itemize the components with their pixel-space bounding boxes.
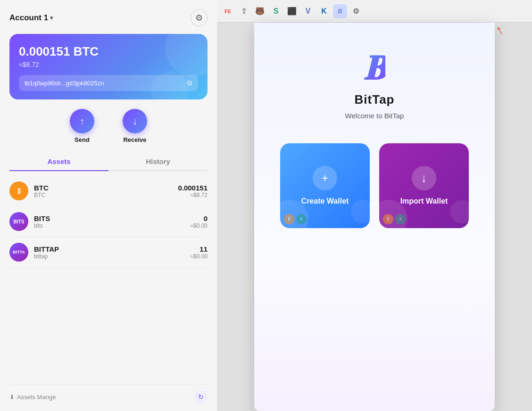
- bittap-name: BITTAP: [34, 245, 184, 253]
- bits-icon: BITS: [9, 212, 28, 231]
- import-wallet-label: Import Wallet: [400, 197, 448, 206]
- red-arrow-icon: ↑: [493, 22, 506, 39]
- import-btc-coin: ₿: [383, 214, 393, 224]
- bittap-usd: ≈$0.00: [190, 253, 208, 260]
- toolbar-grid-icon[interactable]: ⬛: [285, 4, 299, 18]
- create-wallet-label: Create Wallet: [301, 197, 349, 206]
- header-row: Account 1 ▾ ⚙: [9, 9, 208, 26]
- welcome-text: Welcome to BitTap: [345, 112, 404, 120]
- btc-amounts: 0.000151 ≈$8.72: [178, 184, 208, 198]
- address-row: tb1q0wp96slr...gd3jpk8025zn ⧉: [19, 75, 198, 91]
- logo-letter: 𝐁: [364, 51, 385, 85]
- btc-sub: BTC: [34, 192, 172, 198]
- btc-qty: 0.000151: [178, 184, 208, 192]
- create-t-coin: T: [296, 214, 307, 224]
- right-area: FE ⇧ 🐻 S ⬛ V K B ⚙ ↑ 𝐁 BitTap Welcome to…: [217, 0, 532, 411]
- receive-label: Receive: [123, 136, 146, 143]
- receive-button[interactable]: ↓ Receive: [123, 109, 147, 143]
- bittap-amounts: 11 ≈$0.00: [190, 245, 208, 260]
- create-plus-icon: +: [313, 166, 337, 190]
- btc-usd: ≈$8.72: [178, 192, 208, 198]
- asset-list: ₿ BTC BTC 0.000151 ≈$8.72 BITS BITS bits…: [9, 176, 208, 380]
- btc-icon: ₿: [9, 181, 28, 200]
- arrow-indicator: ↑: [496, 23, 503, 38]
- create-card-coins: ₿ T: [284, 214, 307, 224]
- toolbar-bittap-icon[interactable]: B: [333, 4, 347, 18]
- bittap-qty: 11: [190, 245, 208, 253]
- receive-circle: ↓: [123, 109, 147, 133]
- wallet-address: tb1q0wp96slr...gd3jpk8025zn: [25, 80, 104, 87]
- bittap-sub: bittap: [34, 253, 184, 260]
- browser-toolbar: FE ⇧ 🐻 S ⬛ V K B ⚙: [217, 0, 532, 23]
- btc-name: BTC: [34, 184, 172, 192]
- asset-item-btc[interactable]: ₿ BTC BTC 0.000151 ≈$8.72: [9, 176, 208, 206]
- toolbar-share-icon[interactable]: ⇧: [237, 4, 251, 18]
- bits-sub: bits: [34, 222, 184, 229]
- bits-name: BITS: [34, 214, 184, 222]
- download-icon: ⬇: [9, 394, 15, 401]
- refresh-button[interactable]: ↻: [194, 390, 208, 403]
- tab-history[interactable]: History: [108, 153, 208, 170]
- brand-name: BitTap: [355, 92, 395, 107]
- toolbar-bear-icon[interactable]: 🐻: [253, 4, 267, 18]
- send-button[interactable]: ↑ Send: [70, 109, 94, 143]
- toolbar-v-icon[interactable]: V: [301, 4, 315, 18]
- toolbar-fe-icon[interactable]: FE: [221, 4, 235, 18]
- toolbar-s-icon[interactable]: S: [269, 4, 283, 18]
- tabs-row: Assets History: [9, 153, 208, 171]
- copy-icon[interactable]: ⧉: [187, 79, 192, 87]
- send-label: Send: [75, 136, 90, 143]
- create-btc-coin: ₿: [284, 214, 294, 224]
- toolbar-settings-icon[interactable]: ⚙: [349, 4, 363, 18]
- balance-card: 0.000151 BTC ≈$8.72 tb1q0wp96slr...gd3jp…: [9, 34, 208, 99]
- popup-window: 𝐁 BitTap Welcome to BitTap + Create Wall…: [254, 23, 495, 411]
- import-down-icon: ↓: [412, 166, 436, 190]
- settings-button[interactable]: ⚙: [191, 9, 208, 26]
- asset-item-bittap[interactable]: BITTA BITTAP bittap 11 ≈$0.00: [9, 237, 208, 268]
- left-footer: ⬇ Assets Mange ↻: [9, 384, 208, 411]
- send-circle: ↑: [70, 109, 94, 133]
- import-t-coin: T: [395, 214, 406, 224]
- create-wallet-card[interactable]: + Create Wallet ₿ T: [280, 143, 370, 228]
- bittap-icon: BITTA: [9, 243, 28, 262]
- assets-manage-button[interactable]: ⬇ Assets Mange: [9, 394, 56, 401]
- popup-content: 𝐁 BitTap Welcome to BitTap + Create Wall…: [254, 23, 495, 411]
- import-card-coins: ₿ T: [383, 214, 406, 224]
- bits-usd: ≈$0.00: [190, 222, 208, 229]
- tab-assets[interactable]: Assets: [9, 153, 108, 171]
- asset-item-bits[interactable]: BITS BITS bits 0 ≈$0.00: [9, 206, 208, 237]
- wallet-actions: + Create Wallet ₿ T ↓ Import Wallet ₿ T: [273, 143, 476, 228]
- bits-info: BITS bits: [34, 214, 184, 229]
- toolbar-k-icon[interactable]: K: [317, 4, 331, 18]
- account-dropdown-icon: ▾: [50, 15, 53, 21]
- usd-balance: ≈$8.72: [19, 61, 198, 68]
- action-buttons: ↑ Send ↓ Receive: [9, 109, 208, 143]
- bittap-info: BITTAP bittap: [34, 245, 184, 260]
- btc-info: BTC BTC: [34, 184, 172, 198]
- left-panel: Account 1 ▾ ⚙ 0.000151 BTC ≈$8.72 tb1q0w…: [0, 0, 217, 411]
- assets-manage-label: Assets Mange: [17, 394, 56, 401]
- account-label: Account 1: [9, 13, 48, 23]
- bittap-logo: 𝐁: [364, 51, 385, 85]
- account-title[interactable]: Account 1 ▾: [9, 13, 53, 23]
- bits-amounts: 0 ≈$0.00: [190, 214, 208, 229]
- btc-balance: 0.000151 BTC: [19, 44, 198, 59]
- import-wallet-card[interactable]: ↓ Import Wallet ₿ T: [379, 143, 469, 228]
- bits-qty: 0: [190, 214, 208, 222]
